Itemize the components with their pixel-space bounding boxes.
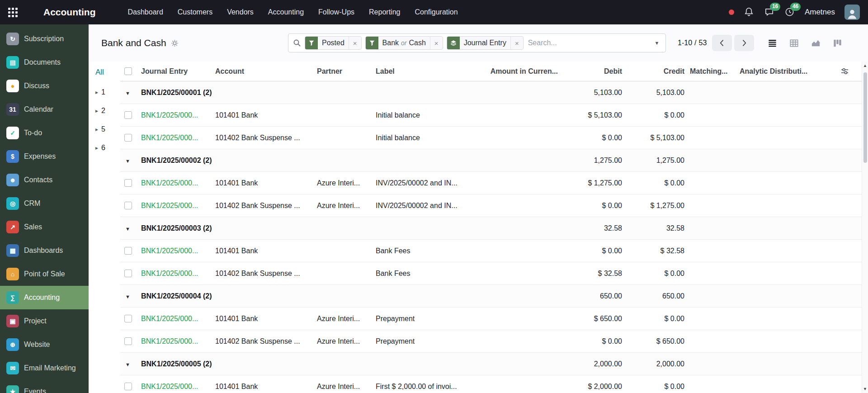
table-row[interactable]: BNK1/2025/000...101402 Bank Suspense ...… [120, 330, 862, 353]
menu-item-reporting[interactable]: Reporting [363, 4, 406, 20]
group-row[interactable]: ▼BNK1/2025/00005 (2)2,000.002,000.00 [120, 353, 862, 375]
row-checkbox[interactable] [124, 337, 132, 345]
sidebar-item-crm[interactable]: ◎CRM [0, 192, 89, 215]
settings-gear-icon[interactable] [171, 39, 179, 47]
journal-entry-link[interactable]: BNK1/2025/000... [138, 247, 212, 255]
pager-next-button[interactable] [734, 35, 754, 51]
table-row[interactable]: BNK1/2025/000...101402 Bank Suspense ...… [120, 262, 862, 285]
table-row[interactable]: BNK1/2025/000...101402 Bank Suspense ...… [120, 127, 862, 149]
row-checkbox[interactable] [124, 247, 132, 255]
journal-entry-link[interactable]: BNK1/2025/000... [138, 111, 212, 119]
column-header-matching[interactable]: Matching... [687, 67, 737, 76]
journal-entry-link[interactable]: BNK1/2025/000... [138, 270, 212, 278]
group-row[interactable]: ▼BNK1/2025/00004 (2)650.00650.00 [120, 285, 862, 308]
journal-entry-link[interactable]: BNK1/2025/000... [138, 202, 212, 210]
group-caret-icon[interactable]: ▼ [125, 90, 130, 96]
vertical-scrollbar[interactable]: ▲ ▼ [862, 62, 868, 393]
menu-item-accounting[interactable]: Accounting [262, 4, 310, 20]
menu-item-vendors[interactable]: Vendors [221, 4, 259, 20]
apps-menu-button[interactable] [0, 0, 25, 24]
view-switch-pivot-button[interactable] [783, 34, 805, 52]
column-header-analytic-distributi[interactable]: Analytic Distributi... [737, 67, 827, 76]
column-header-debit[interactable]: Debit [561, 67, 625, 76]
column-header-label[interactable]: Label [373, 67, 481, 76]
user-avatar[interactable] [844, 5, 860, 20]
group-row[interactable]: ▼BNK1/2025/00003 (2)32.5832.58 [120, 217, 862, 240]
journal-entry-link[interactable]: BNK1/2025/000... [138, 134, 212, 142]
column-header-journal-entry[interactable]: Journal Entry [138, 67, 212, 76]
group-caret-icon[interactable]: ▼ [125, 362, 130, 367]
facet-remove-icon[interactable]: × [430, 37, 443, 49]
sidebar-item-email-marketing[interactable]: ✉Email Marketing [0, 356, 89, 380]
group-caret-icon[interactable]: ▼ [125, 158, 130, 164]
account-cell: 101402 Bank Suspense ... [212, 202, 314, 210]
column-header-account[interactable]: Account [212, 67, 314, 76]
quick-nav-item[interactable]: ▸1 [89, 83, 120, 101]
sidebar-item-events[interactable]: ★Events [0, 380, 89, 393]
quick-nav-item[interactable]: ▸2 [89, 101, 120, 120]
scroll-down-arrow[interactable]: ▼ [862, 387, 868, 391]
user-name[interactable]: Ametnes [805, 8, 835, 17]
group-row[interactable]: ▼BNK1/2025/00001 (2)5,103.005,103.00 [120, 81, 862, 104]
pager-previous-button[interactable] [712, 35, 732, 51]
sidebar-item-subscription[interactable]: ↻Subscription [0, 27, 89, 51]
row-checkbox[interactable] [124, 179, 132, 187]
row-checkbox[interactable] [124, 111, 132, 119]
journal-entry-link[interactable]: BNK1/2025/000... [138, 179, 212, 187]
group-row[interactable]: ▼BNK1/2025/00002 (2)1,275.001,275.00 [120, 149, 862, 172]
search-dropdown-toggle[interactable]: ▼ [648, 40, 665, 46]
sidebar-item-project[interactable]: ▣Project [0, 309, 89, 333]
group-caret-icon[interactable]: ▼ [125, 294, 130, 299]
notifications-bell-button[interactable] [744, 7, 755, 18]
view-switch-kanban-button[interactable] [826, 34, 848, 52]
messages-button[interactable]: 16 [764, 7, 775, 18]
sidebar-item-contacts[interactable]: ☻Contacts [0, 168, 89, 192]
column-header-partner[interactable]: Partner [314, 67, 373, 76]
journal-entry-link[interactable]: BNK1/2025/000... [138, 383, 212, 391]
row-checkbox[interactable] [124, 202, 132, 209]
activities-button[interactable]: 46 [784, 7, 795, 18]
pager-range[interactable]: 1-10 / 53 [678, 39, 707, 47]
sidebar-item-dashboards[interactable]: ▦Dashboards [0, 239, 89, 262]
column-header-credit[interactable]: Credit [625, 67, 687, 76]
adjust-columns-icon[interactable] [840, 67, 849, 76]
table-row[interactable]: BNK1/2025/000...101401 BankAzure Interi.… [120, 308, 862, 330]
quick-nav-item[interactable]: ▸6 [89, 138, 120, 157]
facet-remove-icon[interactable]: × [510, 37, 523, 49]
menu-item-configuration[interactable]: Configuration [409, 4, 463, 20]
scroll-up-arrow[interactable]: ▲ [862, 63, 868, 68]
menu-item-customers[interactable]: Customers [172, 4, 218, 20]
sidebar-item-documents[interactable]: ▤Documents [0, 51, 89, 74]
table-row[interactable]: BNK1/2025/000...101401 BankBank Fees$ 0.… [120, 240, 862, 262]
row-checkbox[interactable] [124, 383, 132, 390]
row-checkbox[interactable] [124, 315, 132, 322]
sidebar-item-point-of-sale[interactable]: ⌂Point of Sale [0, 262, 89, 286]
sidebar-item-expenses[interactable]: $Expenses [0, 145, 89, 168]
journal-entry-link[interactable]: BNK1/2025/000... [138, 337, 212, 346]
quick-nav-item[interactable]: ▸5 [89, 120, 120, 138]
sidebar-item-sales[interactable]: ↗Sales [0, 215, 89, 239]
sidebar-item-accounting[interactable]: ∑Accounting [0, 286, 89, 309]
quick-nav-all[interactable]: All [89, 68, 120, 83]
facet-remove-icon[interactable]: × [349, 37, 361, 49]
table-row[interactable]: BNK1/2025/000...101401 BankAzure Interi.… [120, 172, 862, 194]
table-row[interactable]: BNK1/2025/000...101402 Bank Suspense ...… [120, 194, 862, 217]
table-row[interactable]: BNK1/2025/000...101401 BankAzure Interi.… [120, 375, 862, 393]
menu-item-dashboard[interactable]: Dashboard [122, 4, 169, 20]
scrollbar-thumb[interactable] [863, 72, 867, 163]
journal-entry-link[interactable]: BNK1/2025/000... [138, 315, 212, 323]
row-checkbox[interactable] [124, 134, 132, 142]
sidebar-item-calendar[interactable]: 31Calendar [0, 98, 89, 121]
sidebar-item-discuss[interactable]: ●Discuss [0, 74, 89, 98]
row-checkbox[interactable] [124, 270, 132, 277]
search-input[interactable] [528, 39, 648, 47]
sidebar-item-to-do[interactable]: ✓To-do [0, 121, 89, 145]
menu-item-follow-ups[interactable]: Follow-Ups [312, 4, 360, 20]
view-switch-graph-button[interactable] [805, 34, 826, 52]
group-caret-icon[interactable]: ▼ [125, 226, 130, 232]
sidebar-item-website[interactable]: ⊕Website [0, 333, 89, 356]
column-header-amount-in-curren[interactable]: Amount in Curren... [481, 67, 561, 76]
select-all-checkbox[interactable] [124, 67, 132, 75]
table-row[interactable]: BNK1/2025/000...101401 BankInitial balan… [120, 104, 862, 127]
view-switch-list-button[interactable] [761, 34, 783, 52]
